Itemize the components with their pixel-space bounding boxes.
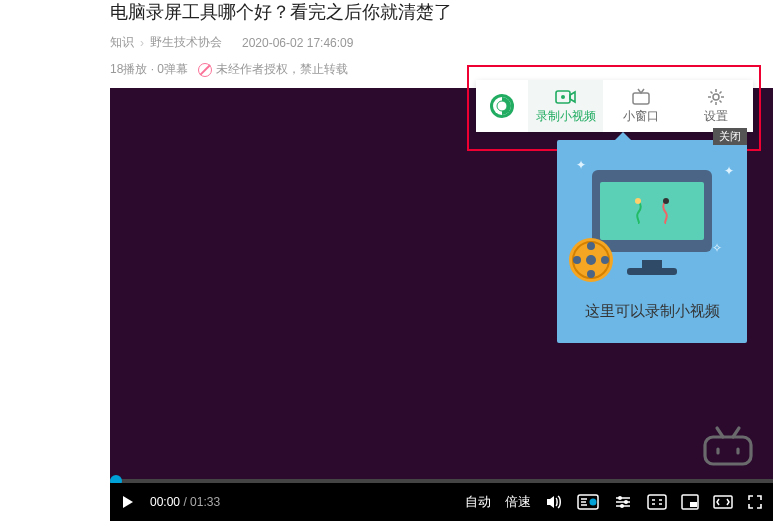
toolbar-record-button[interactable]: 录制小视频: [528, 80, 603, 132]
tooltip-close-button[interactable]: 关闭: [713, 128, 747, 145]
extension-toolbar: 录制小视频 小窗口 设置: [476, 80, 753, 132]
publish-time: 2020-06-02 17:46:09: [242, 36, 353, 50]
svg-point-25: [573, 256, 581, 264]
svg-point-15: [561, 95, 565, 99]
fullscreen-button[interactable]: [747, 494, 763, 510]
svg-point-3: [618, 496, 622, 500]
svg-point-5: [620, 504, 624, 508]
tooltip-text: 这里可以录制小视频: [571, 302, 733, 321]
page-title: 电脑录屏工具哪个好？看完之后你就清楚了: [110, 0, 783, 24]
no-reprint-notice: 未经作者授权，禁止转载: [198, 61, 348, 78]
play-count: 18播放 · 0弹幕: [110, 61, 188, 78]
browser-logo-icon: [476, 80, 528, 132]
subcategory-link[interactable]: 野生技术协会: [150, 34, 222, 51]
svg-point-19: [663, 198, 669, 204]
film-reel-icon: [567, 236, 615, 284]
svg-rect-0: [705, 437, 751, 464]
speed-button[interactable]: 倍速: [505, 493, 531, 511]
subtitle-button[interactable]: [647, 494, 667, 510]
svg-point-18: [635, 198, 641, 204]
tv-icon: [631, 88, 651, 106]
danmaku-toggle[interactable]: [577, 494, 599, 510]
svg-point-17: [713, 94, 719, 100]
svg-point-4: [624, 500, 628, 504]
widescreen-button[interactable]: [713, 495, 733, 509]
svg-point-23: [587, 242, 595, 250]
player-controls: 00:00 / 01:33 自动 倍速: [110, 483, 773, 521]
svg-rect-6: [648, 495, 666, 509]
video-stats: 18播放 · 0弹幕 未经作者授权，禁止转载: [110, 61, 783, 78]
toolbar-settings-button[interactable]: 设置: [678, 80, 753, 132]
breadcrumb: 知识 › 野生技术协会 2020-06-02 17:46:09: [110, 34, 783, 51]
time-display: 00:00 / 01:33: [150, 495, 220, 509]
svg-point-2: [590, 499, 597, 506]
category-link[interactable]: 知识: [110, 34, 134, 51]
chevron-right-icon: ›: [140, 36, 144, 50]
record-tooltip: 关闭 ✦ ✦ ✧ 这里可以录制小视频: [557, 140, 747, 343]
record-icon: [555, 88, 577, 106]
danmaku-settings-button[interactable]: [613, 494, 633, 510]
play-button[interactable]: [120, 494, 136, 510]
svg-point-22: [586, 255, 596, 265]
toolbar-pip-button[interactable]: 小窗口: [603, 80, 678, 132]
bilibili-logo-icon: [701, 425, 755, 471]
svg-point-24: [587, 270, 595, 278]
quality-button[interactable]: 自动: [465, 493, 491, 511]
volume-button[interactable]: [545, 493, 563, 511]
forbidden-icon: [198, 63, 212, 77]
svg-rect-8: [690, 502, 697, 507]
svg-rect-16: [633, 93, 649, 104]
tooltip-illustration: ✦ ✦ ✧: [572, 160, 732, 280]
svg-point-26: [601, 256, 609, 264]
gear-icon: [707, 88, 725, 106]
pip-button[interactable]: [681, 494, 699, 510]
